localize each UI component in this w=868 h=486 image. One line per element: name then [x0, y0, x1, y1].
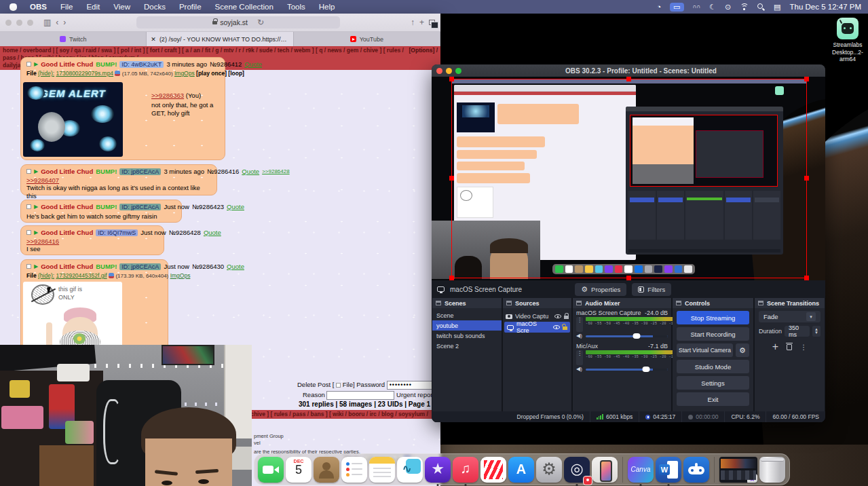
- virtual-camera-settings-button[interactable]: ⚙: [736, 343, 749, 357]
- dock-system-settings[interactable]: [536, 457, 562, 483]
- dock-obs[interactable]: [564, 457, 590, 483]
- file-link[interactable]: 1730800229079s.mp4: [56, 70, 114, 77]
- dock-app-store[interactable]: A: [508, 457, 534, 483]
- airpods-icon[interactable]: ∩∩: [693, 4, 701, 10]
- visibility-icon[interactable]: [554, 314, 561, 318]
- menu-extra-icon[interactable]: ▤: [774, 3, 780, 11]
- back-button[interactable]: ‹: [56, 18, 58, 26]
- post-number[interactable]: №9286423: [192, 203, 224, 210]
- obs-preview[interactable]: [432, 77, 825, 280]
- share-icon[interactable]: ↑: [411, 18, 415, 26]
- post-checkbox[interactable]: [26, 169, 31, 174]
- duration-stepper[interactable]: ▲▼: [812, 326, 820, 337]
- start-recording-button[interactable]: Start Recording: [677, 327, 749, 341]
- imgops-link[interactable]: ImgOps: [174, 70, 195, 77]
- dock-freeform[interactable]: [397, 457, 423, 483]
- tab-youtube[interactable]: YouTube: [294, 32, 440, 46]
- quote-link[interactable]: Quote: [244, 60, 262, 68]
- menu-scene-collection[interactable]: Scene Collection: [209, 3, 280, 11]
- quote-link[interactable]: Quote: [227, 263, 244, 270]
- popout-icon[interactable]: [506, 301, 512, 305]
- quote-link[interactable]: Quote: [204, 229, 221, 236]
- dock-imovie[interactable]: [425, 457, 451, 483]
- dock-music[interactable]: [453, 457, 478, 483]
- dock-reminders[interactable]: [341, 457, 367, 483]
- reply-link[interactable]: >>9286407: [26, 176, 59, 184]
- wifi-icon[interactable]: [740, 3, 749, 10]
- menu-tools[interactable]: Tools: [281, 3, 312, 11]
- popout-icon[interactable]: [676, 301, 681, 305]
- minimize-window-button[interactable]: [446, 68, 452, 74]
- reply-link[interactable]: >>9286416: [26, 238, 59, 245]
- tab-overview-icon[interactable]: [429, 20, 435, 25]
- post-thumbnail-gif[interactable]: this gif is ONLY: [23, 282, 122, 353]
- post-number[interactable]: №9286416: [207, 168, 239, 175]
- hide-file-link[interactable]: (hide):: [38, 272, 54, 279]
- dock-contacts[interactable]: [314, 457, 339, 483]
- volume-slider[interactable]: [586, 369, 668, 371]
- dock-game-controller[interactable]: [683, 457, 709, 483]
- focus-moon-icon[interactable]: ☾: [709, 3, 716, 11]
- dock-canva[interactable]: Canva: [628, 457, 654, 483]
- menu-file[interactable]: File: [54, 3, 79, 11]
- obs-title-bar[interactable]: OBS 30.2.3 - Profile: Untitled - Scenes:…: [432, 64, 825, 77]
- file-link[interactable]: 1732920445352f.gif: [56, 272, 107, 279]
- close-window-button[interactable]: [436, 68, 442, 74]
- menu-help[interactable]: Help: [313, 3, 341, 11]
- popout-icon[interactable]: [576, 301, 582, 305]
- tab-twitch[interactable]: Twitch: [0, 32, 147, 46]
- address-bar[interactable]: soyjak.st ↻: [136, 16, 340, 29]
- popout-icon[interactable]: [436, 301, 441, 305]
- speaker-icon[interactable]: ◀): [576, 333, 582, 339]
- dock-minimized-window[interactable]: ★: [719, 457, 757, 483]
- channel-menu-button[interactable]: ⋮: [576, 317, 583, 332]
- forward-button[interactable]: ›: [63, 18, 66, 26]
- start-virtual-camera-button[interactable]: Start Virtual Camera: [677, 343, 733, 357]
- source-item-macos-screen[interactable]: macOS Scre: [504, 322, 570, 333]
- capture-selection-border[interactable]: [451, 79, 807, 278]
- reason-field[interactable]: [326, 391, 394, 400]
- quote-link[interactable]: Quote: [227, 203, 244, 210]
- dock-facetime[interactable]: [258, 457, 284, 483]
- zoom-window-button[interactable]: [455, 68, 461, 74]
- dock-news[interactable]: [480, 457, 506, 483]
- file-only-checkbox[interactable]: [336, 383, 341, 388]
- sidebar-icon[interactable]: ▥: [43, 18, 51, 26]
- post-number[interactable]: №9286430: [192, 263, 224, 270]
- volume-slider[interactable]: [586, 335, 668, 337]
- dock-iphone-mirroring[interactable]: [592, 457, 618, 483]
- dock-notes[interactable]: [369, 457, 395, 483]
- unlock-icon[interactable]: [563, 326, 567, 330]
- post-checkbox[interactable]: [26, 204, 31, 209]
- quote-link[interactable]: Quote: [242, 168, 259, 175]
- menu-clock[interactable]: Thu Dec 5 12:47 PM: [790, 3, 861, 11]
- minimize-window-button[interactable]: [16, 20, 22, 26]
- visibility-icon[interactable]: [553, 325, 560, 329]
- transition-select[interactable]: Fade ▾: [759, 311, 820, 322]
- studio-mode-button[interactable]: Studio Mode: [677, 360, 749, 373]
- scene-item-selected[interactable]: youtube: [432, 320, 502, 331]
- menu-obs[interactable]: OBS: [24, 3, 53, 11]
- exit-button[interactable]: Exit: [677, 392, 749, 406]
- scene-item[interactable]: twitch sub sounds: [432, 331, 502, 341]
- dock-word[interactable]: W: [656, 457, 681, 483]
- record-status-icon[interactable]: ⊙: [725, 3, 731, 11]
- reload-icon[interactable]: ↻: [257, 18, 264, 26]
- new-tab-icon[interactable]: +: [419, 18, 424, 26]
- apple-menu-icon[interactable]: [10, 3, 17, 11]
- menu-edit[interactable]: Edit: [80, 3, 106, 11]
- dock-trash[interactable]: [759, 457, 785, 483]
- menu-docks[interactable]: Docks: [138, 3, 172, 11]
- zoom-window-button[interactable]: [27, 20, 33, 26]
- transition-menu-button[interactable]: ⋮: [800, 343, 807, 351]
- properties-button[interactable]: ⚙ Properties: [575, 283, 626, 296]
- lock-icon[interactable]: [564, 316, 569, 319]
- tab-soyjak-active[interactable]: ✕ (2) /soy/ - YOU KNOW WHAT TO DO.https:…: [147, 32, 293, 46]
- post-checkbox[interactable]: [26, 230, 31, 235]
- desktop-icon-streamlabs[interactable]: Streamlabs Desktop...2-arm64: [829, 18, 866, 63]
- filters-button[interactable]: Filters: [632, 283, 671, 296]
- spotlight-search-icon[interactable]: [757, 3, 765, 11]
- post-number[interactable]: №9286412: [210, 60, 242, 68]
- backlink[interactable]: >>9286428: [262, 168, 290, 174]
- download-icon[interactable]: [115, 71, 120, 76]
